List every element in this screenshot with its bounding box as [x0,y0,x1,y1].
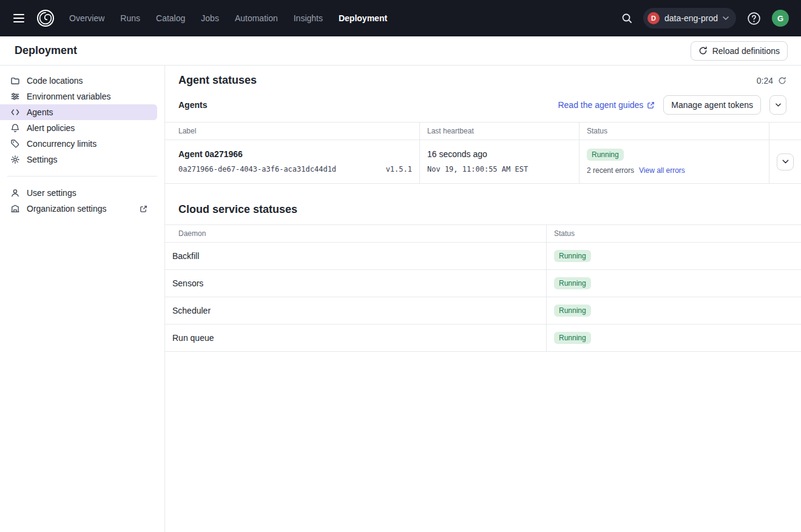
top-navigation: Overview Runs Catalog Jobs Automation In… [0,0,801,36]
daemon-status-cell: Running [547,325,801,352]
daemon-status-cell: Running [547,243,801,270]
nav-item-insights[interactable]: Insights [294,13,323,23]
agent-status-cell: Running 2 recent errors View all errors [580,140,769,184]
refresh-icon [778,76,786,85]
chevron-down-icon [782,160,789,164]
daemon-name: Run queue [172,333,214,343]
column-header-status: Status [580,123,769,140]
sidebar-item-agents[interactable]: Agents [0,104,157,120]
agents-more-actions-button[interactable] [769,95,786,115]
tag-icon [10,139,21,149]
agent-status-badge: Running [587,149,624,161]
external-link-icon [140,205,147,213]
refresh-countdown[interactable]: 0:24 [757,76,786,86]
sidebar-item-user-settings[interactable]: User settings [0,185,157,201]
agents-table: Label Last heartbeat Status Agent 0a2719… [165,122,801,184]
bell-icon [10,123,21,133]
daemon-status-badge: Running [554,332,591,344]
nav-item-runs[interactable]: Runs [120,13,140,23]
folder-icon [10,76,21,86]
daemon-status-cell: Running [547,297,801,325]
sidebar-item-label: Organization settings [27,204,107,214]
nav-item-jobs[interactable]: Jobs [201,13,219,23]
sidebar-item-code-locations[interactable]: Code locations [0,73,157,89]
daemon-name: Scheduler [172,306,211,315]
sidebar-divider [7,176,157,177]
dagster-logo-icon[interactable] [35,8,56,29]
reload-icon [698,46,708,55]
nav-item-overview[interactable]: Overview [69,13,104,23]
sidebar-item-label: Agents [27,107,53,117]
deployment-switcher[interactable]: D data-eng-prod [643,8,736,29]
deployment-name: data-eng-prod [664,13,718,23]
sidebar-item-label: Settings [27,155,58,164]
sidebar-item-label: Environment variables [27,92,111,101]
reload-definitions-label: Reload definitions [712,46,780,56]
person-icon [10,188,21,198]
agent-id: 0a271966-de67-4043-a3f6-aca31dc44d1d [178,165,336,173]
manage-agent-tokens-label: Manage agent tokens [671,100,753,110]
deployment-sidebar: Code locations Environment variables Age… [0,66,165,532]
column-header-heartbeat: Last heartbeat [420,123,580,140]
agent-guides-link-label: Read the agent guides [558,100,643,110]
agent-recent-errors: 2 recent errors [587,166,634,175]
primary-nav: Overview Runs Catalog Jobs Automation In… [69,13,387,23]
sidebar-item-alert-policies[interactable]: Alert policies [0,120,157,136]
sidebar-item-organization-settings[interactable]: Organization settings [0,201,157,217]
daemon-name: Sensors [172,278,203,288]
nav-item-automation[interactable]: Automation [235,13,278,23]
agent-heartbeat-cell: 16 seconds ago Nov 19, 11:00:55 AM EST [420,140,580,184]
sidebar-item-settings[interactable]: Settings [0,152,157,167]
reload-definitions-button[interactable]: Reload definitions [691,41,788,61]
nav-item-deployment[interactable]: Deployment [339,13,387,23]
deployment-badge: D [647,12,660,24]
agent-heartbeat-timestamp: Nov 19, 11:00:55 AM EST [427,165,572,173]
user-avatar[interactable]: G [772,10,789,27]
view-all-errors-link[interactable]: View all errors [639,166,685,175]
sidebar-item-label: Concurrency limits [27,139,96,149]
chevron-down-icon [776,103,781,107]
chevron-down-icon [723,16,729,20]
agent-expander-cell [769,140,801,184]
agent-icon [10,107,21,117]
search-icon[interactable] [619,10,635,26]
sidebar-item-label: Code locations [27,76,83,86]
sidebar-item-environment-variables[interactable]: Environment variables [0,89,157,104]
agent-guides-link[interactable]: Read the agent guides [558,100,655,110]
external-link-icon [647,101,655,109]
sidebar-item-concurrency-limits[interactable]: Concurrency limits [0,136,157,152]
gear-icon [10,155,21,164]
agent-label-cell: Agent 0a271966 0a271966-de67-4043-a3f6-a… [165,140,420,184]
agents-section-label: Agents [178,100,207,110]
agent-heartbeat-relative: 16 seconds ago [427,149,572,160]
daemon-status-badge: Running [554,305,591,317]
main-content: Agent statuses 0:24 Agents Read the agen… [165,66,801,532]
nav-item-catalog[interactable]: Catalog [156,13,185,23]
manage-agent-tokens-button[interactable]: Manage agent tokens [663,95,761,115]
daemon-name-cell: Backfill [165,243,547,270]
agent-name: Agent 0a271966 [178,149,412,160]
daemon-status-badge: Running [554,277,591,289]
daemon-name-cell: Scheduler [165,297,547,325]
column-header-label: Label [165,123,420,140]
column-header-status: Status [547,225,801,243]
column-header-expander [769,123,801,140]
daemon-status-cell: Running [547,270,801,297]
expand-agent-row-button[interactable] [777,153,794,170]
column-header-daemon: Daemon [165,225,547,243]
building-icon [10,204,21,214]
cloud-service-statuses-title: Cloud service statuses [178,203,801,216]
daemon-name: Backfill [172,251,199,261]
menu-icon[interactable] [10,10,28,26]
agent-version: v1.5.1 [386,165,412,173]
help-icon[interactable] [745,9,763,28]
daemon-name-cell: Run queue [165,325,547,352]
cloud-services-table: Daemon Status Backfill Running Sensors R… [165,224,801,352]
sidebar-item-label: User settings [27,188,76,198]
page-title: Deployment [15,44,77,57]
page-header: Deployment Reload definitions [0,36,801,66]
daemon-status-badge: Running [554,250,591,262]
refresh-countdown-value: 0:24 [757,76,773,86]
agent-statuses-title: Agent statuses [178,74,257,87]
sidebar-item-label: Alert policies [27,123,75,133]
